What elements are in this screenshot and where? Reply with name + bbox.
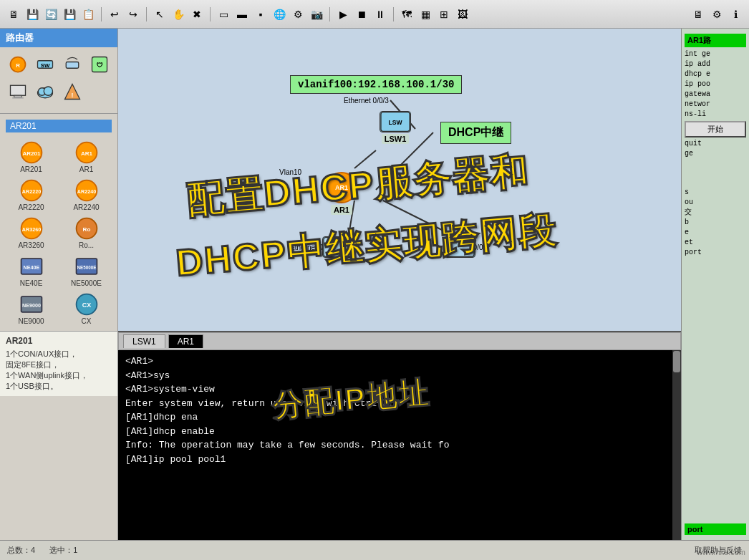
- device-item-ne40e[interactable]: NE40E NE40E: [6, 254, 57, 287]
- toolbar-delete[interactable]: ✖: [189, 6, 205, 22]
- toolbar-btn-1[interactable]: 🖥: [6, 6, 21, 22]
- statusbar: 总数：4 选中：1 取帮助与反馈: [0, 540, 749, 560]
- svg-rect-43: [445, 238, 474, 257]
- svg-text:AR2220: AR2220: [21, 188, 40, 195]
- toolbar-cfg[interactable]: ⚙: [290, 6, 306, 22]
- device-item-ne9000[interactable]: NE9000 NE9000: [6, 291, 57, 325]
- device-item-ne5000e[interactable]: NE5000E NE5000E: [61, 254, 112, 287]
- sep4: [329, 7, 330, 21]
- term-line-4: [AR1]dhcp ena: [125, 410, 674, 425]
- tab-ar1[interactable]: AR1: [168, 334, 203, 348]
- cx-label: CX: [82, 317, 92, 325]
- ar2240-icon: AR2240: [74, 177, 100, 204]
- toolbar-redo[interactable]: ↪: [125, 6, 141, 22]
- device-type-pc[interactable]: [6, 80, 30, 105]
- device-type-other[interactable]: !: [60, 80, 84, 105]
- toolbar-cursor[interactable]: ↖: [152, 6, 168, 22]
- sep2: [146, 7, 147, 21]
- main-layout: 路由器 R SW: [0, 29, 749, 540]
- toolbar-btn-2[interactable]: 💾: [24, 6, 40, 22]
- toolbar-capture[interactable]: 📷: [309, 6, 324, 22]
- toolbar-btn-4[interactable]: 💾: [62, 6, 77, 22]
- svg-rect-4: [66, 62, 79, 69]
- toolbar-box2[interactable]: ▬: [234, 6, 250, 22]
- lsw3-icon: [444, 236, 475, 258]
- terminal-container: LSW1 AR1 <AR1> <AR1>sys <AR1>system-view…: [118, 331, 681, 540]
- cx-icon: CX: [74, 291, 100, 318]
- tab-lsw1[interactable]: LSW1: [123, 334, 165, 348]
- device-item-ar2220[interactable]: AR2220 AR2220: [6, 178, 57, 211]
- toolbar: 🖥 💾 🔄 💾 📋 ↩ ↪ ↖ ✋ ✖ ▭ ▬ ▪ 🌐 ⚙ 📷 ▶ ⏹ ⏸ 🗺 …: [0, 0, 749, 29]
- ar2240-label: AR2240: [73, 203, 99, 211]
- overlay-line2: DHCP中继实现跨网段: [174, 206, 559, 289]
- status-total: 总数：4: [7, 545, 35, 556]
- device-item-ar3260[interactable]: AR3260 AR3260: [6, 216, 57, 249]
- toolbar-img[interactable]: 🖼: [455, 6, 470, 22]
- toolbar-box3[interactable]: ▪: [253, 6, 269, 22]
- svg-text:CX: CX: [82, 301, 91, 309]
- device-type-cloud[interactable]: [33, 80, 57, 105]
- toolbar-stop[interactable]: ⏹: [354, 6, 369, 22]
- ar201-label: AR201: [20, 165, 42, 173]
- status-selected-text: 选中：1: [49, 545, 77, 556]
- node-lsw3[interactable]: [444, 236, 475, 258]
- toolbar-box[interactable]: ▭: [216, 6, 231, 22]
- device-type-wireless[interactable]: [60, 53, 84, 77]
- vlanif-label: vlanif100:192.168.100.1/30: [290, 75, 462, 94]
- device-info-title: AR201: [6, 336, 112, 346]
- device-list-grid: AR201 AR201 AR1 AR1: [6, 137, 112, 328]
- node-lsw1[interactable]: LSW LSW1: [380, 111, 411, 144]
- toolbar-pause[interactable]: ⏸: [372, 6, 388, 22]
- terminal-scroll-thumb[interactable]: [673, 351, 680, 372]
- toolbar-undo[interactable]: ↩: [107, 6, 122, 22]
- topology-area[interactable]: vlanif100:192.168.100.1/30 DHCP中继 Ethern…: [118, 29, 681, 331]
- toolbar-screen[interactable]: ⊞: [436, 6, 452, 22]
- right-green-code-1: AR1路: [685, 34, 746, 47]
- right-code-text: int ge ip add dhcp e ip poo gatewa netwo…: [685, 49, 746, 120]
- terminal[interactable]: <AR1> <AR1>sys <AR1>system-view Enter sy…: [118, 350, 681, 540]
- toolbar-btn-5[interactable]: 📋: [80, 6, 96, 22]
- toolbar-play[interactable]: ▶: [335, 6, 351, 22]
- device-item-ar201[interactable]: AR201 AR201: [6, 140, 57, 173]
- other-type-icon: !: [62, 82, 82, 102]
- svg-text:NE40E: NE40E: [23, 264, 39, 271]
- svg-text:AR2240: AR2240: [77, 188, 95, 195]
- device-type-router[interactable]: R: [6, 53, 30, 77]
- sidebar-title: 路由器: [0, 29, 117, 47]
- switch-type-icon: SW: [35, 54, 55, 74]
- device-item-ar2240[interactable]: AR2240 AR2240: [61, 178, 112, 211]
- term-line-5: [AR1]dhcp enable: [125, 425, 674, 439]
- device-item-cx[interactable]: CX CX: [61, 291, 112, 325]
- svg-rect-7: [11, 85, 26, 95]
- svg-text:SW: SW: [41, 62, 50, 69]
- node-ar1[interactable]: AR1 AR1: [326, 172, 357, 215]
- toolbar-hand[interactable]: ✋: [170, 6, 186, 22]
- term-line-0: <AR1>: [125, 354, 674, 369]
- device-type-switch[interactable]: SW: [33, 53, 57, 77]
- status-help[interactable]: 取帮助与反馈: [695, 545, 742, 556]
- ne9000-label: NE9000: [18, 317, 44, 325]
- terminal-scrollbar[interactable]: [672, 350, 681, 540]
- device-type-blank[interactable]: [87, 80, 112, 105]
- toolbar-grid[interactable]: ▦: [417, 6, 433, 22]
- start-button[interactable]: 开始: [685, 121, 746, 137]
- toolbar-monitor[interactable]: 🖥: [690, 6, 706, 22]
- svg-point-12: [44, 87, 52, 95]
- toolbar-network[interactable]: 🌐: [271, 6, 287, 22]
- sep3: [210, 7, 211, 21]
- lsw2-icon: [322, 236, 354, 258]
- node-lsw2[interactable]: [322, 236, 354, 258]
- toolbar-settings[interactable]: ⚙: [709, 6, 725, 22]
- toolbar-info[interactable]: ℹ: [728, 6, 743, 22]
- right-panel: AR1路 int ge ip add dhcp e ip poo gatewa …: [681, 29, 749, 540]
- toolbar-btn-3[interactable]: 🔄: [43, 6, 59, 22]
- svg-text:AR201: AR201: [22, 150, 41, 157]
- ar1-icon: AR1: [74, 139, 100, 166]
- device-item-router[interactable]: Ro Ro...: [61, 216, 112, 249]
- toolbar-topo[interactable]: 🗺: [399, 6, 415, 22]
- port-label-vlan10: Vlan10: [279, 168, 301, 176]
- device-type-security[interactable]: 🛡: [87, 53, 112, 77]
- sidebar-divider: [0, 113, 117, 114]
- svg-text:AR3260: AR3260: [21, 226, 40, 233]
- device-item-ar1[interactable]: AR1 AR1: [61, 140, 112, 173]
